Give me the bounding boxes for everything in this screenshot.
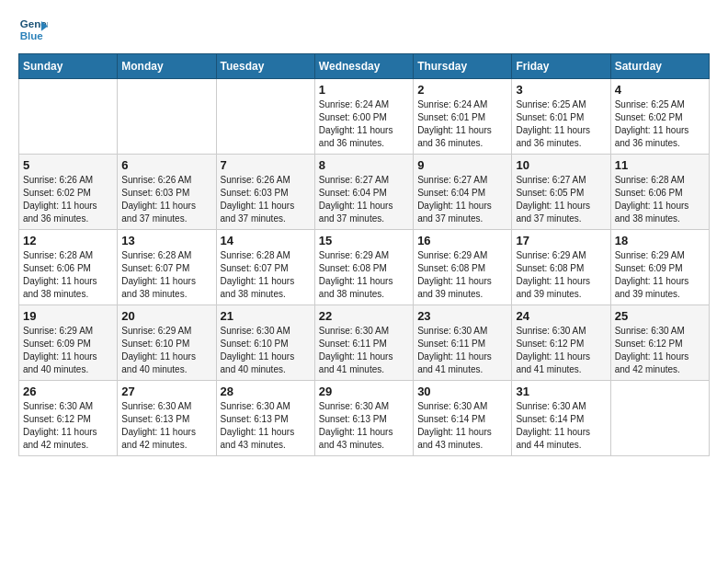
day-number: 6	[121, 158, 211, 172]
calendar-cell: 16Sunrise: 6:29 AM Sunset: 6:08 PM Dayli…	[414, 230, 512, 305]
day-number: 9	[417, 158, 507, 172]
day-info: Sunrise: 6:30 AM Sunset: 6:12 PM Dayligh…	[615, 325, 705, 376]
day-info: Sunrise: 6:27 AM Sunset: 6:05 PM Dayligh…	[516, 174, 606, 225]
day-info: Sunrise: 6:30 AM Sunset: 6:11 PM Dayligh…	[417, 325, 507, 376]
day-number: 30	[417, 385, 507, 398]
weekday-header-saturday: Saturday	[610, 54, 709, 79]
day-number: 23	[417, 309, 507, 323]
calendar-cell: 26Sunrise: 6:30 AM Sunset: 6:12 PM Dayli…	[19, 381, 118, 456]
day-number: 31	[516, 385, 606, 398]
calendar-cell: 7Sunrise: 6:26 AM Sunset: 6:03 PM Daylig…	[216, 155, 314, 230]
calendar-cell: 4Sunrise: 6:25 AM Sunset: 6:02 PM Daylig…	[610, 79, 709, 155]
weekday-header-friday: Friday	[512, 54, 610, 79]
day-info: Sunrise: 6:30 AM Sunset: 6:14 PM Dayligh…	[516, 400, 606, 452]
day-number: 26	[23, 385, 113, 398]
weekday-header-sunday: Sunday	[19, 54, 118, 79]
calendar-cell: 3Sunrise: 6:25 AM Sunset: 6:01 PM Daylig…	[512, 79, 610, 155]
calendar-cell: 28Sunrise: 6:30 AM Sunset: 6:13 PM Dayli…	[216, 381, 314, 456]
day-number: 1	[319, 83, 409, 97]
day-info: Sunrise: 6:29 AM Sunset: 6:08 PM Dayligh…	[417, 249, 507, 301]
calendar-week-1: 1Sunrise: 6:24 AM Sunset: 6:00 PM Daylig…	[19, 79, 710, 155]
calendar-cell: 31Sunrise: 6:30 AM Sunset: 6:14 PM Dayli…	[512, 381, 610, 456]
day-info: Sunrise: 6:30 AM Sunset: 6:12 PM Dayligh…	[516, 325, 606, 376]
calendar-cell: 1Sunrise: 6:24 AM Sunset: 6:00 PM Daylig…	[314, 79, 413, 155]
calendar-cell: 23Sunrise: 6:30 AM Sunset: 6:11 PM Dayli…	[414, 305, 512, 381]
day-info: Sunrise: 6:24 AM Sunset: 6:00 PM Dayligh…	[319, 98, 409, 150]
calendar-table: SundayMondayTuesdayWednesdayThursdayFrid…	[18, 53, 710, 456]
day-number: 5	[23, 158, 113, 172]
day-info: Sunrise: 6:30 AM Sunset: 6:13 PM Dayligh…	[121, 400, 211, 452]
calendar-cell	[118, 79, 216, 155]
calendar-cell: 21Sunrise: 6:30 AM Sunset: 6:10 PM Dayli…	[216, 305, 314, 381]
day-info: Sunrise: 6:28 AM Sunset: 6:06 PM Dayligh…	[615, 174, 705, 225]
day-number: 18	[615, 234, 705, 247]
calendar-cell: 2Sunrise: 6:24 AM Sunset: 6:01 PM Daylig…	[414, 79, 512, 155]
day-number: 17	[516, 234, 606, 247]
day-info: Sunrise: 6:24 AM Sunset: 6:01 PM Dayligh…	[417, 98, 507, 150]
calendar-cell: 20Sunrise: 6:29 AM Sunset: 6:10 PM Dayli…	[118, 305, 216, 381]
day-info: Sunrise: 6:27 AM Sunset: 6:04 PM Dayligh…	[319, 174, 409, 225]
day-number: 28	[221, 385, 311, 398]
weekday-header-monday: Monday	[118, 54, 216, 79]
day-number: 21	[221, 309, 311, 323]
day-info: Sunrise: 6:30 AM Sunset: 6:10 PM Dayligh…	[221, 325, 311, 376]
day-info: Sunrise: 6:29 AM Sunset: 6:08 PM Dayligh…	[319, 249, 409, 301]
day-number: 14	[221, 234, 311, 247]
calendar-week-3: 12Sunrise: 6:28 AM Sunset: 6:06 PM Dayli…	[19, 230, 710, 305]
day-number: 24	[516, 309, 606, 323]
day-info: Sunrise: 6:26 AM Sunset: 6:03 PM Dayligh…	[121, 174, 211, 225]
calendar-cell: 18Sunrise: 6:29 AM Sunset: 6:09 PM Dayli…	[610, 230, 709, 305]
day-info: Sunrise: 6:30 AM Sunset: 6:14 PM Dayligh…	[417, 400, 507, 452]
calendar-header: SundayMondayTuesdayWednesdayThursdayFrid…	[19, 54, 710, 79]
day-info: Sunrise: 6:29 AM Sunset: 6:09 PM Dayligh…	[615, 249, 705, 301]
calendar-cell: 29Sunrise: 6:30 AM Sunset: 6:13 PM Dayli…	[314, 381, 413, 456]
day-info: Sunrise: 6:30 AM Sunset: 6:13 PM Dayligh…	[319, 400, 409, 452]
day-info: Sunrise: 6:30 AM Sunset: 6:13 PM Dayligh…	[221, 400, 311, 452]
day-number: 29	[319, 385, 409, 398]
day-number: 13	[121, 234, 211, 247]
day-info: Sunrise: 6:29 AM Sunset: 6:09 PM Dayligh…	[23, 325, 113, 376]
day-info: Sunrise: 6:25 AM Sunset: 6:02 PM Dayligh…	[615, 98, 705, 150]
day-number: 11	[615, 158, 705, 172]
calendar-cell: 6Sunrise: 6:26 AM Sunset: 6:03 PM Daylig…	[118, 155, 216, 230]
day-number: 27	[121, 385, 211, 398]
calendar-cell: 5Sunrise: 6:26 AM Sunset: 6:02 PM Daylig…	[19, 155, 118, 230]
weekday-header-thursday: Thursday	[414, 54, 512, 79]
calendar-week-5: 26Sunrise: 6:30 AM Sunset: 6:12 PM Dayli…	[19, 381, 710, 456]
weekday-header-wednesday: Wednesday	[314, 54, 413, 79]
calendar-cell: 17Sunrise: 6:29 AM Sunset: 6:08 PM Dayli…	[512, 230, 610, 305]
day-info: Sunrise: 6:28 AM Sunset: 6:07 PM Dayligh…	[221, 249, 311, 301]
calendar-cell: 25Sunrise: 6:30 AM Sunset: 6:12 PM Dayli…	[610, 305, 709, 381]
day-number: 15	[319, 234, 409, 247]
day-info: Sunrise: 6:29 AM Sunset: 6:10 PM Dayligh…	[121, 325, 211, 376]
calendar-cell: 27Sunrise: 6:30 AM Sunset: 6:13 PM Dayli…	[118, 381, 216, 456]
svg-text:Blue: Blue	[20, 30, 44, 41]
day-info: Sunrise: 6:25 AM Sunset: 6:01 PM Dayligh…	[516, 98, 606, 150]
day-info: Sunrise: 6:26 AM Sunset: 6:03 PM Dayligh…	[221, 174, 311, 225]
calendar-cell: 15Sunrise: 6:29 AM Sunset: 6:08 PM Dayli…	[314, 230, 413, 305]
calendar-cell: 10Sunrise: 6:27 AM Sunset: 6:05 PM Dayli…	[512, 155, 610, 230]
day-number: 8	[319, 158, 409, 172]
calendar-cell	[610, 381, 709, 456]
calendar-cell: 11Sunrise: 6:28 AM Sunset: 6:06 PM Dayli…	[610, 155, 709, 230]
day-number: 19	[23, 309, 113, 323]
calendar-cell: 12Sunrise: 6:28 AM Sunset: 6:06 PM Dayli…	[19, 230, 118, 305]
calendar-week-4: 19Sunrise: 6:29 AM Sunset: 6:09 PM Dayli…	[19, 305, 710, 381]
day-number: 3	[516, 83, 606, 97]
calendar-cell: 14Sunrise: 6:28 AM Sunset: 6:07 PM Dayli…	[216, 230, 314, 305]
day-info: Sunrise: 6:26 AM Sunset: 6:02 PM Dayligh…	[23, 174, 113, 225]
logo: General Blue	[18, 15, 51, 44]
logo-icon: General Blue	[18, 15, 48, 44]
calendar-cell: 30Sunrise: 6:30 AM Sunset: 6:14 PM Dayli…	[414, 381, 512, 456]
day-number: 25	[615, 309, 705, 323]
weekday-header-tuesday: Tuesday	[216, 54, 314, 79]
calendar-week-2: 5Sunrise: 6:26 AM Sunset: 6:02 PM Daylig…	[19, 155, 710, 230]
calendar-cell	[19, 79, 118, 155]
calendar-cell: 13Sunrise: 6:28 AM Sunset: 6:07 PM Dayli…	[118, 230, 216, 305]
calendar-cell: 8Sunrise: 6:27 AM Sunset: 6:04 PM Daylig…	[314, 155, 413, 230]
calendar-cell	[216, 79, 314, 155]
day-number: 12	[23, 234, 113, 247]
day-number: 16	[417, 234, 507, 247]
calendar-cell: 9Sunrise: 6:27 AM Sunset: 6:04 PM Daylig…	[414, 155, 512, 230]
day-number: 7	[221, 158, 311, 172]
